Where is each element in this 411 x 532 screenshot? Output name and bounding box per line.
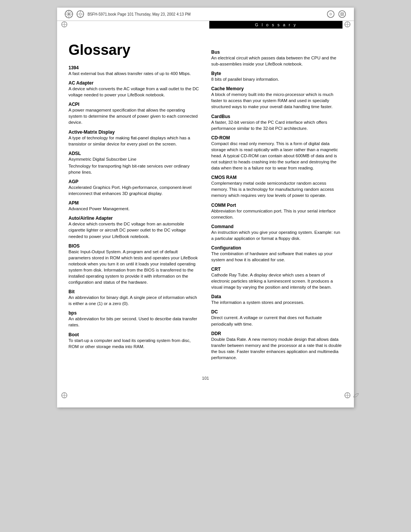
svg-point-22 [62, 393, 67, 398]
term-body-cd-rom: Compact disc read only memory. This is a… [211, 141, 342, 171]
term-title-acpi: ACPI [68, 102, 200, 107]
header-icon-2 [338, 10, 346, 18]
term-block-active-matrix: Active-Matrix Display A type of technolo… [68, 129, 200, 147]
term-block-bit: Bit An abbreviation for binary digit. A … [68, 289, 200, 307]
term-block-data: Data The information a system stores and… [211, 294, 342, 305]
term-body-dc: Direct current. A voltage or current tha… [211, 315, 342, 327]
term-body-adsl-line2: Technology for transporting high bit-rat… [68, 163, 200, 175]
term-block-1394: 1394 A fast external bus that allows tra… [68, 65, 200, 77]
term-block-ddr: DDR Double Data Rate. A new memory modul… [211, 331, 342, 361]
page-number: 101 [57, 376, 354, 384]
term-block-acpi: ACPI A power management specification th… [68, 102, 200, 125]
term-title-agp: AGP [68, 179, 200, 184]
term-body-bit: An abbreviation for binary digit. A sing… [68, 294, 200, 307]
term-title-boot: Boot [68, 332, 200, 337]
term-title-configuration: Configuration [211, 245, 342, 251]
term-title-ac-adapter: AC Adapter [68, 80, 200, 86]
term-body-crt: Cathode Ray Tube. A display device which… [211, 272, 342, 290]
term-title-crt: CRT [211, 267, 342, 272]
term-title-1394: 1394 [68, 65, 200, 70]
term-block-cd-rom: CD-ROM Compact disc read only memory. Th… [211, 135, 342, 171]
term-block-agp: AGP Accelerated Graphics Port. High-perf… [68, 179, 200, 197]
term-body-cmos-ram: Complementary metal oxide semiconductor … [211, 180, 342, 198]
term-body-bus: An electrical circuit which passes data … [211, 55, 342, 67]
term-body-ddr: Double Data Rate. A new memory module de… [211, 336, 342, 361]
term-body-bps: An abbreviation for bits per second. Use… [68, 316, 200, 328]
term-block-crt: CRT Cathode Ray Tube. A display device w… [211, 267, 342, 290]
term-title-bps: bps [68, 310, 200, 316]
term-block-boot: Boot To start-up a computer and load its… [68, 332, 200, 350]
page-title: Glossary [68, 34, 200, 58]
svg-point-25 [345, 393, 350, 398]
term-block-bios: BIOS Basic Input-Output System. A progra… [68, 243, 200, 286]
term-body-bios: Basic Input-Output System. A program and… [68, 249, 200, 286]
term-block-cmos-ram: CMOS RAM Complementary metal oxide semic… [211, 175, 342, 198]
term-block-bus: Bus An electrical circuit which passes d… [211, 50, 342, 67]
term-body-cache-memory: A block of memory built into the micro-p… [211, 91, 342, 110]
fujitsu-logo-icon [65, 10, 73, 18]
term-block-byte: Byte 8 bits of parallel binary informati… [211, 71, 342, 82]
term-body-auto-airline: A device which converts the DC voltage f… [68, 221, 200, 239]
term-body-boot: To start-up a computer and load its oper… [68, 337, 200, 350]
term-title-cmos-ram: CMOS RAM [211, 175, 342, 180]
target-icon [76, 10, 84, 18]
page-header: B5FH-5971.book Page 101 Thursday, May 23… [57, 8, 354, 21]
term-body-ac-adapter: A device which converts the AC voltage f… [68, 86, 200, 98]
term-title-bit: Bit [68, 289, 200, 294]
term-title-cd-rom: CD-ROM [211, 135, 342, 141]
term-body-adsl-line1: Asymmetric Digital Subscriber Line [68, 156, 200, 162]
term-body-configuration: The combination of hardware and software… [211, 251, 342, 263]
term-body-agp: Accelerated Graphics Port. High-performa… [68, 184, 200, 197]
content-area: Glossary 1394 A fast external bus that a… [57, 29, 354, 376]
term-title-ddr: DDR [211, 331, 342, 336]
page: B5FH-5971.book Page 101 Thursday, May 23… [57, 8, 354, 407]
term-block-configuration: Configuration The combination of hardwar… [211, 245, 342, 263]
term-block-comm-port: COMM Port Abbreviation for communication… [211, 203, 342, 220]
header-right-icons [327, 10, 346, 18]
term-block-dc: DC Direct current. A voltage or current … [211, 309, 342, 327]
term-block-apm: APM Advanced Power Management. [68, 200, 200, 212]
term-body-active-matrix: A type of technology for making flat-pan… [68, 135, 200, 147]
term-body-1394: A fast external bus that allows transfer… [68, 70, 200, 77]
term-body-apm: Advanced Power Management. [68, 206, 200, 212]
term-title-dc: DC [211, 309, 342, 315]
right-column: Bus An electrical circuit which passes d… [211, 29, 342, 364]
term-body-command: An instruction which you give your opera… [211, 229, 342, 241]
term-title-cardbus: CardBus [211, 114, 342, 119]
term-body-byte: 8 bits of parallel binary information. [211, 76, 342, 82]
term-block-auto-airline: Auto/Airline Adapter A device which conv… [68, 216, 200, 239]
term-title-comm-port: COMM Port [211, 203, 342, 208]
term-title-bios: BIOS [68, 243, 200, 249]
left-column: Glossary 1394 A fast external bus that a… [68, 29, 200, 364]
term-title-active-matrix: Active-Matrix Display [68, 129, 200, 135]
header-icon-1 [327, 10, 335, 18]
term-body-comm-port: Abbreviation for communication port. Thi… [211, 208, 342, 220]
term-title-bus: Bus [211, 50, 342, 55]
svg-point-11 [327, 11, 334, 18]
glossary-header-bar: G l o s s a r y [209, 21, 342, 29]
term-body-cardbus: A faster, 32-bit version of the PC Card … [211, 119, 342, 131]
term-title-byte: Byte [211, 71, 342, 76]
corner-mark-bl [61, 392, 67, 398]
corner-mark-br [344, 392, 350, 398]
term-block-adsl: ADSL Asymmetric Digital Subscriber Line … [68, 151, 200, 175]
term-block-command: Command An instruction which you give yo… [211, 224, 342, 241]
term-block-cardbus: CardBus A faster, 32-bit version of the … [211, 114, 342, 131]
header-file-info: B5FH-5971.book Page 101 Thursday, May 23… [88, 12, 323, 16]
term-title-auto-airline: Auto/Airline Adapter [68, 216, 200, 221]
svg-point-6 [79, 13, 81, 15]
term-title-adsl: ADSL [68, 151, 200, 156]
term-title-apm: APM [68, 200, 200, 206]
term-block-bps: bps An abbreviation for bits per second.… [68, 310, 200, 328]
term-title-data: Data [211, 294, 342, 299]
term-title-cache-memory: Cache Memory [211, 86, 342, 91]
term-block-cache-memory: Cache Memory A block of memory built int… [211, 86, 342, 110]
term-title-command: Command [211, 224, 342, 229]
term-block-ac-adapter: AC Adapter A device which converts the A… [68, 80, 200, 98]
term-body-acpi: A power management specification that al… [68, 107, 200, 125]
term-body-data: The information a system stores and proc… [211, 299, 342, 305]
